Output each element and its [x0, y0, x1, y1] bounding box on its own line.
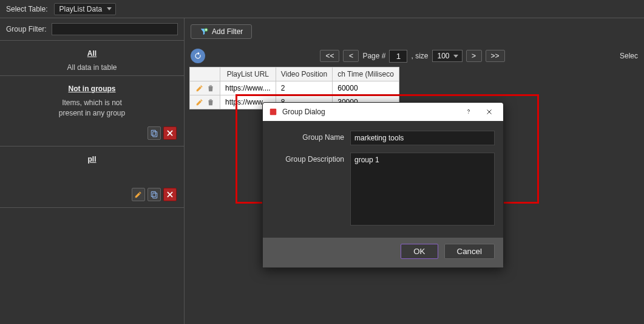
close-button[interactable] — [481, 104, 497, 120]
svg-rect-0 — [151, 131, 155, 136]
selected-label: Selec — [620, 52, 638, 60]
help-button[interactable] — [461, 104, 476, 120]
copy-group-button[interactable] — [147, 188, 161, 201]
row-actions — [190, 81, 220, 95]
table-header[interactable]: PlayList URL — [220, 67, 276, 81]
table-header[interactable]: Video Position — [276, 67, 333, 81]
group-subtitle: Items, which is not present in any group — [7, 98, 177, 119]
svg-point-10 — [468, 113, 469, 114]
pencil-icon[interactable] — [195, 84, 204, 92]
pager-size-value: 100 — [438, 52, 450, 60]
close-icon — [166, 129, 174, 137]
pencil-icon[interactable] — [195, 98, 204, 106]
pager-row: << < Page # , size 100 > >> Selec — [185, 45, 644, 67]
group-filter-label: Group Filter: — [6, 25, 47, 33]
trash-icon[interactable] — [206, 98, 215, 106]
copy-group-button[interactable] — [147, 126, 161, 140]
question-icon — [465, 108, 472, 115]
close-icon — [486, 108, 493, 115]
table-row[interactable]: https://www.... 2 60000 — [190, 81, 399, 95]
refresh-button[interactable] — [191, 49, 205, 63]
delete-group-button[interactable] — [163, 188, 177, 201]
svg-rect-5 — [153, 193, 157, 198]
pencil-icon — [134, 190, 143, 199]
svg-rect-4 — [151, 192, 155, 197]
pager-last[interactable]: >> — [486, 50, 505, 62]
group-filter-row: Group Filter: — [0, 18, 184, 41]
dialog-titlebar: Group Dialog — [263, 103, 503, 121]
table-select[interactable]: PlayList Data — [54, 3, 117, 15]
filter-plus-icon — [200, 27, 208, 36]
dialog-footer: OK Cancel — [263, 238, 503, 267]
content-toolbar: Add Filter — [185, 18, 644, 45]
table-header-row: PlayList URL Video Position ch Time (Mil… — [190, 67, 399, 81]
pager-prev[interactable]: < — [343, 50, 359, 62]
cell-url: https://www.... — [220, 81, 276, 95]
trash-icon[interactable] — [206, 84, 215, 92]
row-actions — [190, 95, 220, 109]
delete-group-button[interactable] — [163, 126, 177, 140]
group-name-input[interactable] — [350, 131, 495, 145]
svg-rect-9 — [270, 109, 277, 115]
group-item-all[interactable]: All All data in table — [0, 41, 184, 76]
dialog-title: Group Dialog — [282, 108, 325, 116]
top-bar: Select Table: PlayList Data — [0, 0, 644, 18]
group-desc-input[interactable] — [350, 153, 495, 226]
group-filter-input[interactable] — [52, 23, 178, 35]
group-title: pll — [7, 155, 177, 164]
group-desc-field: Group Description — [271, 153, 495, 226]
group-name-label: Group Name — [271, 131, 344, 145]
refresh-icon — [194, 52, 202, 60]
group-list: All All data in table Not in groups Item… — [0, 41, 184, 324]
pager-center: << < Page # , size 100 > >> — [211, 50, 614, 63]
cell-time: 60000 — [333, 81, 399, 95]
table-header-tools — [190, 67, 220, 81]
group-title: All — [7, 49, 177, 58]
svg-rect-1 — [153, 132, 157, 137]
group-item-pll[interactable]: pll — [0, 146, 184, 208]
group-desc-label: Group Description — [271, 153, 344, 226]
dialog-body: Group Name Group Description — [263, 121, 503, 238]
pager-first[interactable]: << — [320, 50, 339, 62]
copy-icon — [150, 129, 158, 137]
pager-size-label: , size — [411, 52, 428, 60]
group-subtitle: All data in table — [7, 63, 177, 73]
sidebar: Group Filter: All All data in table Not … — [0, 18, 185, 324]
select-table-label: Select Table: — [6, 5, 48, 13]
cell-position: 2 — [276, 81, 333, 95]
pager-size-select[interactable]: 100 — [432, 50, 463, 62]
group-title: Not in groups — [7, 84, 177, 93]
ok-button[interactable]: OK — [401, 244, 438, 259]
group-dialog: Group Dialog Group Name Group Descriptio… — [262, 102, 504, 268]
app-icon — [269, 108, 277, 116]
pager-page-input[interactable] — [389, 50, 407, 63]
table-select-value: PlayList Data — [59, 5, 103, 13]
group-item-not-in-groups[interactable]: Not in groups Items, which is not presen… — [0, 76, 184, 147]
group-name-field: Group Name — [271, 131, 495, 145]
pager-next[interactable]: > — [466, 50, 482, 62]
pager-page-label: Page # — [362, 52, 385, 60]
edit-group-button[interactable] — [132, 188, 145, 201]
close-icon — [166, 190, 174, 199]
chevron-down-icon — [453, 55, 458, 58]
chevron-down-icon — [107, 7, 112, 10]
cancel-button[interactable]: Cancel — [444, 244, 495, 259]
table-header[interactable]: ch Time (Miliseco — [333, 67, 399, 81]
copy-icon — [150, 190, 158, 199]
add-filter-button[interactable]: Add Filter — [191, 24, 252, 39]
add-filter-label: Add Filter — [212, 27, 243, 36]
